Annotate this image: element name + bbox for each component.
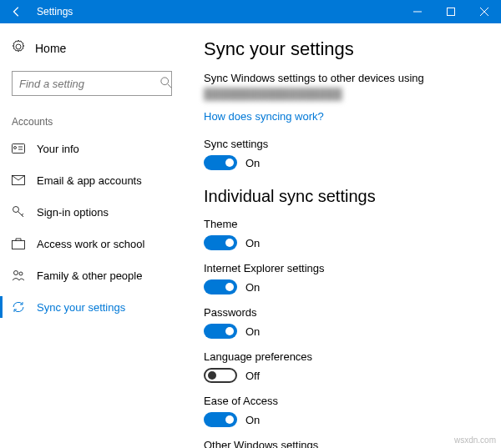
- titlebar: Settings: [0, 0, 501, 23]
- language-pref-state: Off: [245, 370, 260, 382]
- maximize-icon: [447, 8, 455, 16]
- sidebar-item-label: Your info: [37, 143, 79, 155]
- svg-rect-1: [448, 8, 455, 16]
- ie-settings-state: On: [245, 281, 260, 294]
- watermark: wsxdn.com: [454, 435, 496, 445]
- minimize-icon: [413, 8, 422, 16]
- sync-icon: [12, 300, 25, 314]
- sidebar-item-label: Family & other people: [37, 269, 142, 282]
- sidebar-item-your-info[interactable]: Your info: [0, 133, 184, 164]
- page-title: Sync your settings: [204, 38, 481, 60]
- sidebar-section-label: Accounts: [0, 104, 184, 133]
- sidebar-item-label: Sync your settings: [37, 301, 125, 314]
- svg-line-13: [22, 214, 23, 215]
- svg-rect-14: [13, 241, 25, 249]
- window-controls: [401, 0, 501, 23]
- briefcase-icon: [12, 237, 25, 250]
- sidebar-home[interactable]: Home: [0, 33, 184, 63]
- main-panel: Sync your settings Sync Windows settings…: [184, 23, 501, 448]
- language-pref-label: Language preferences: [204, 350, 481, 363]
- sidebar-item-family-people[interactable]: Family & other people: [0, 259, 184, 291]
- gear-icon: [12, 40, 25, 56]
- minimize-button[interactable]: [401, 0, 434, 23]
- ie-settings-toggle[interactable]: [204, 279, 237, 294]
- sidebar-item-sync-settings[interactable]: Sync your settings: [0, 291, 184, 323]
- other-windows-label: Other Windows settings: [204, 439, 481, 448]
- theme-label: Theme: [204, 218, 481, 230]
- people-icon: [12, 269, 25, 282]
- key-icon: [12, 205, 25, 219]
- maximize-button[interactable]: [434, 0, 468, 23]
- theme-toggle[interactable]: [204, 235, 237, 250]
- close-button[interactable]: [468, 0, 501, 23]
- arrow-left-icon: [11, 6, 23, 18]
- svg-point-7: [14, 147, 17, 149]
- svg-point-16: [19, 272, 23, 275]
- close-icon: [480, 8, 488, 16]
- individual-heading: Individual sync settings: [204, 187, 481, 206]
- search-input[interactable]: [19, 78, 160, 90]
- passwords-label: Passwords: [204, 306, 481, 319]
- sidebar-item-signin-options[interactable]: Sign-in options: [0, 196, 184, 228]
- passwords-state: On: [245, 325, 260, 338]
- sidebar-item-label: Email & app accounts: [37, 174, 142, 187]
- search-box[interactable]: [12, 71, 172, 96]
- sync-description: Sync Windows settings to other devices u…: [204, 72, 481, 84]
- id-card-icon: [12, 142, 25, 155]
- svg-line-5: [168, 83, 171, 87]
- window-title: Settings: [37, 6, 73, 18]
- ease-access-label: Ease of Access: [204, 395, 481, 407]
- sidebar-item-label: Access work or school: [37, 238, 144, 250]
- ease-access-toggle[interactable]: [204, 412, 237, 427]
- account-email-blurred: ██████████████████: [204, 88, 342, 100]
- passwords-toggle[interactable]: [204, 324, 237, 339]
- ease-access-state: On: [245, 414, 260, 426]
- sidebar: Home Accounts Your info Email & app acco…: [0, 23, 184, 448]
- theme-state: On: [245, 237, 260, 249]
- svg-point-11: [13, 207, 19, 213]
- sync-settings-toggle[interactable]: [204, 155, 237, 170]
- ie-settings-label: Internet Explorer settings: [204, 262, 481, 274]
- sync-settings-state: On: [245, 157, 260, 169]
- mail-icon: [12, 174, 25, 187]
- back-button[interactable]: [0, 0, 33, 23]
- svg-point-15: [14, 271, 18, 275]
- sync-help-link[interactable]: How does syncing work?: [204, 110, 324, 123]
- sidebar-item-access-work-school[interactable]: Access work or school: [0, 228, 184, 259]
- sidebar-item-email-accounts[interactable]: Email & app accounts: [0, 164, 184, 196]
- language-pref-toggle[interactable]: [204, 368, 237, 383]
- sync-settings-label: Sync settings: [204, 138, 481, 150]
- search-icon: [160, 77, 172, 91]
- sidebar-item-label: Sign-in options: [37, 206, 109, 219]
- svg-point-4: [161, 77, 169, 84]
- sidebar-home-label: Home: [35, 42, 66, 55]
